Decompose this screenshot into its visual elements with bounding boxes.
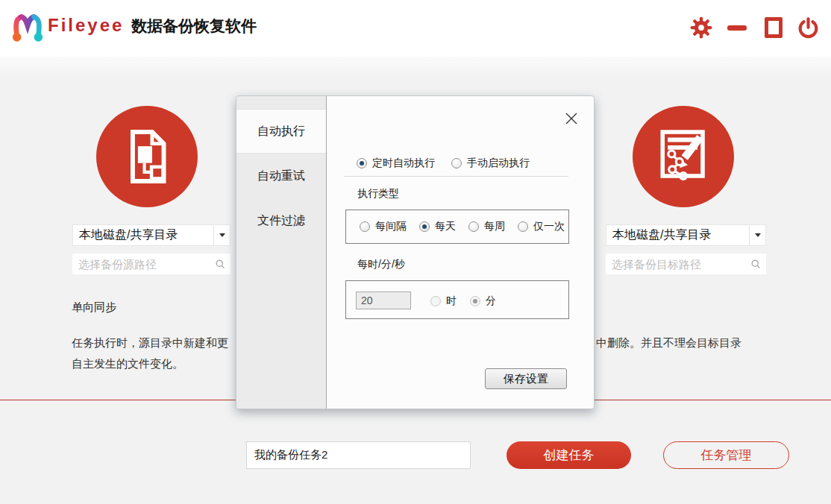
chevron-down-icon	[749, 225, 765, 245]
maximize-icon[interactable]	[762, 13, 785, 42]
dialog-tab-list: 自动执行 自动重试 文件过滤	[236, 96, 327, 409]
sync-desc-right-fragment: 中删除。并且不理会目标目录	[596, 336, 741, 350]
create-task-button[interactable]: 创建任务	[507, 441, 631, 469]
fileyee-app-window: Fileyee 数据备份恢复软件	[0, 0, 831, 504]
radio-circle	[419, 221, 430, 232]
radio-every-day[interactable]: 每天	[419, 220, 456, 233]
search-icon[interactable]	[215, 259, 225, 272]
app-title: 数据备份恢复软件	[131, 16, 257, 37]
backup-source-icon	[96, 106, 198, 207]
close-icon[interactable]	[562, 110, 580, 127]
radio-circle	[357, 158, 367, 168]
target-path-field[interactable]	[606, 253, 766, 274]
radio-circle	[468, 221, 479, 232]
target-drive-select[interactable]: 本地磁盘/共享目录	[606, 224, 766, 246]
radio-circle	[430, 296, 441, 306]
save-settings-button[interactable]: 保存设置	[485, 368, 567, 389]
tab-auto-retry[interactable]: 自动重试	[236, 154, 326, 198]
minimize-icon[interactable]	[724, 13, 750, 42]
radio-unit-hour[interactable]: 时	[430, 294, 457, 308]
target-path-input[interactable]	[606, 253, 766, 274]
manage-tasks-button[interactable]: 任务管理	[663, 441, 789, 469]
fileyee-logo-icon	[10, 9, 45, 48]
title-bar: Fileyee 数据备份恢复软件	[0, 0, 831, 57]
source-drive-select-value: 本地磁盘/共享目录	[73, 227, 213, 243]
target-drive-select-value: 本地磁盘/共享目录	[606, 227, 749, 243]
exec-type-label: 执行类型	[357, 187, 399, 201]
radio-circle	[518, 221, 528, 232]
radio-unit-minute[interactable]: 分	[470, 294, 496, 308]
radio-label: 定时自动执行	[372, 157, 435, 170]
sync-desc-line1: 任务执行时，源目录中新建和更	[72, 336, 228, 350]
dialog-divider	[344, 176, 568, 177]
tab-file-filter[interactable]: 文件过滤	[236, 198, 326, 243]
radio-circle	[360, 221, 370, 232]
task-name-input[interactable]	[247, 442, 470, 468]
unit-group: 时 分	[430, 294, 496, 308]
radio-label: 每周	[484, 220, 505, 233]
brand-name: Fileyee	[48, 15, 124, 36]
radio-every-interval[interactable]: 每间隔	[360, 220, 407, 233]
radio-only-once[interactable]: 仅一次	[518, 220, 565, 233]
sync-desc-line2: 自主发生的文件变化。	[72, 357, 184, 371]
auto-execute-settings-dialog: 自动执行 自动重试 文件过滤 定时自动执行 手动启动执行 执行类型	[236, 95, 595, 409]
tab-auto-execute[interactable]: 自动执行	[236, 109, 326, 154]
source-path-input[interactable]	[72, 253, 231, 274]
radio-label: 每天	[435, 220, 456, 233]
header-shadow	[0, 57, 831, 78]
interval-value-input[interactable]	[356, 292, 411, 309]
schedule-group: 时 分	[345, 280, 569, 319]
source-path-field[interactable]	[72, 253, 231, 274]
search-icon[interactable]	[750, 259, 761, 272]
task-name-field[interactable]	[246, 441, 471, 469]
radio-label: 手动启动执行	[467, 157, 530, 170]
radio-manual-start[interactable]: 手动启动执行	[451, 157, 530, 170]
radio-label: 仅一次	[533, 220, 565, 233]
schedule-label: 每时/分/秒	[357, 258, 405, 271]
power-close-icon[interactable]	[795, 13, 821, 42]
radio-circle	[470, 296, 480, 306]
sync-mode-title: 单向同步	[72, 300, 116, 315]
trigger-mode-group: 定时自动执行 手动启动执行	[357, 157, 530, 170]
source-drive-select[interactable]: 本地磁盘/共享目录	[72, 224, 231, 246]
radio-label: 每间隔	[375, 220, 407, 233]
radio-timed-auto-execute[interactable]: 定时自动执行	[357, 157, 435, 170]
radio-label: 分	[486, 294, 496, 308]
radio-circle	[451, 158, 462, 168]
radio-label: 时	[446, 294, 457, 308]
backup-target-icon	[633, 106, 734, 207]
exec-type-group: 每间隔 每天 每周 仅一次	[345, 210, 569, 244]
settings-gear-icon[interactable]	[689, 13, 713, 42]
radio-every-week[interactable]: 每周	[468, 220, 505, 233]
chevron-down-icon	[213, 225, 230, 245]
